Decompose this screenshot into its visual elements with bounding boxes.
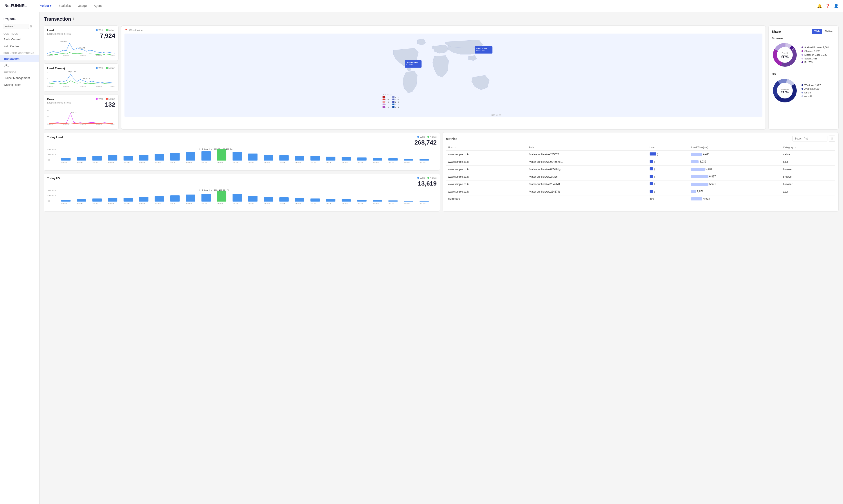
col-path: Path ↑: [527, 144, 648, 151]
nav-tab-agent[interactable]: Agent: [91, 3, 105, 9]
nav-tab-usage[interactable]: Usage: [75, 3, 90, 9]
svg-rect-47: [392, 101, 395, 103]
error-chart-legend: Web Native: [96, 97, 115, 100]
metrics-header: Metrics ⬇: [446, 136, 835, 142]
main-content: Transaction ℹ Load Last 5 minutes in Tot…: [39, 12, 843, 504]
svg-text:05: 05: [139, 161, 145, 163]
svg-rect-79: [155, 154, 164, 161]
cell-category: [781, 195, 835, 202]
svg-rect-73: [61, 158, 71, 161]
svg-text:10:53:24: 10:53:24: [80, 55, 86, 57]
svg-text:10: 10: [47, 116, 49, 118]
today-uv-card: Today UV Web Native 13,619 High 3,254 40…: [44, 173, 440, 212]
search-path-input[interactable]: [792, 136, 827, 142]
cell-load-time: 6,897: [689, 173, 781, 180]
svg-text:10:53:24: 10:53:24: [80, 86, 86, 88]
sidebar-item-waiting-room[interactable]: Waiting Room: [0, 82, 39, 88]
table-row: www.sample.co.kr /water-purifiers/wu0245…: [446, 158, 835, 166]
cell-path: /water-purifiers/we254374s: [527, 188, 648, 195]
svg-rect-141: [310, 198, 320, 201]
svg-rect-131: [155, 196, 164, 201]
svg-rect-134: [202, 194, 211, 201]
svg-text:10:53:24: 10:53:24: [80, 124, 86, 125]
svg-text:16: 16: [310, 161, 316, 163]
svg-text:17: 17: [326, 202, 332, 204]
svg-text:High 1.3: High 1.3: [83, 77, 90, 79]
svg-text:40k: 40k: [47, 190, 56, 192]
table-row: Summary 800 4,503: [446, 195, 835, 202]
svg-text:10:51:24: 10:51:24: [47, 55, 53, 57]
error-chart-subtitle: Last 5 minutes in Total: [47, 101, 71, 104]
svg-text:00: 00: [61, 161, 67, 163]
svg-rect-77: [124, 156, 133, 161]
sidebar-project-name: Project1: [0, 15, 39, 22]
svg-text:40k: 40k: [47, 154, 56, 156]
sidebar-item-url[interactable]: URL: [0, 62, 39, 69]
today-load-value: 268,742: [414, 139, 437, 146]
sidebar-item-basic-control[interactable]: Basic Control: [0, 36, 39, 43]
sidebar-service-input[interactable]: [3, 24, 29, 29]
sidebar-item-project-management[interactable]: Project Management: [0, 75, 39, 82]
info-icon[interactable]: ℹ: [73, 17, 74, 21]
metrics-card: Metrics ⬇ Host ↑ Path ↑ Load ↑ Load Time…: [443, 132, 839, 212]
user-icon[interactable]: 👤: [834, 3, 839, 8]
today-uv-legend: Web Native: [417, 177, 437, 179]
svg-text:14: 14: [279, 202, 286, 204]
sidebar-item-transaction[interactable]: Transaction: [0, 55, 39, 62]
cell-host: Summary: [446, 195, 527, 202]
error-chart-svg: High 13 20 10 0 10:51:24 10:52:24 10:53:…: [47, 108, 115, 126]
header-icons: 🔔 ❓ 👤: [817, 3, 839, 8]
download-button[interactable]: ⬇: [829, 136, 835, 142]
share-tab-web[interactable]: Web: [812, 29, 822, 34]
cell-load-time: 4,411: [689, 151, 781, 158]
legend-item: Android Browser 2,561: [802, 46, 829, 49]
svg-rect-94: [388, 158, 398, 161]
nav-tab-statistics[interactable]: Statistics: [55, 3, 74, 9]
svg-text:01: 01: [77, 202, 83, 204]
svg-text:14: 14: [279, 161, 286, 163]
bell-icon[interactable]: 🔔: [817, 3, 822, 8]
load-chart-subtitle: Last 5 minutes in Total: [47, 33, 71, 35]
svg-rect-45: [392, 98, 395, 100]
svg-text:19: 19: [357, 161, 363, 163]
svg-text:23: 23: [419, 202, 426, 204]
sidebar-section-eum: End User Monitoring: [0, 50, 39, 55]
svg-text:Android: Android: [782, 52, 788, 54]
svg-rect-135: [217, 191, 226, 201]
svg-text:02: 02: [92, 202, 99, 204]
metrics-table: Host ↑ Path ↑ Load ↑ Load Time(ms) ↑ Cat…: [446, 144, 835, 202]
load-chart-value: 7,924: [96, 32, 115, 39]
svg-text:10:51:24: 10:51:24: [47, 124, 53, 125]
svg-rect-78: [139, 155, 149, 161]
help-icon[interactable]: ❓: [825, 3, 830, 8]
svg-text:10:55:24: 10:55:24: [110, 55, 115, 57]
svg-text:6: 6: [47, 72, 48, 73]
svg-text:20: 20: [373, 202, 379, 204]
sidebar-item-path-control[interactable]: Path Control: [0, 43, 39, 50]
legend-item: Microsoft Edge 1,322: [802, 54, 829, 56]
svg-rect-85: [248, 154, 258, 161]
svg-rect-33: [383, 96, 385, 98]
cell-category: ajax: [781, 188, 835, 195]
sidebar-service-wrap: ⧉: [0, 22, 39, 30]
cell-load-time: 1,976: [689, 188, 781, 195]
svg-text:7 ~ 8: 7 ~ 8: [385, 101, 389, 103]
today-load-chart: High 60,921 80k 40k 0: [47, 147, 437, 167]
svg-text:4 ~ 5: 4 ~ 5: [395, 96, 399, 98]
copy-icon[interactable]: ⧉: [30, 24, 32, 28]
svg-text:74.6%: 74.6%: [781, 56, 789, 59]
svg-text:74.6%: 74.6%: [781, 91, 789, 94]
svg-rect-80: [170, 153, 180, 161]
share-tab-native[interactable]: Native: [822, 29, 835, 34]
svg-text:High 46: High 46: [79, 47, 85, 49]
svg-text:2: 2: [406, 64, 407, 66]
svg-text:00: 00: [61, 202, 67, 204]
svg-text:03: 03: [108, 161, 114, 163]
svg-text:10: 10: [217, 202, 223, 204]
svg-text:13: 13: [264, 202, 270, 204]
svg-text:20: 20: [47, 109, 49, 111]
nav-tab-project[interactable]: Project ▾: [36, 3, 54, 9]
cell-load: 1: [648, 166, 689, 173]
svg-text:21: 21: [388, 202, 395, 204]
svg-text:15: 15: [295, 161, 301, 163]
